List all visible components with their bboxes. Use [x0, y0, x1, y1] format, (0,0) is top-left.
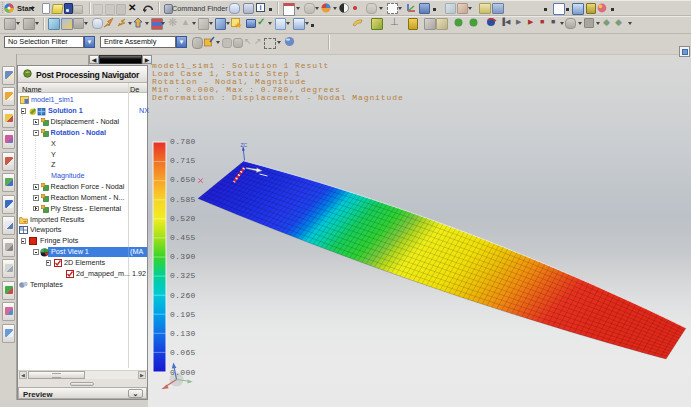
svg-text:ZC: ZC: [241, 142, 248, 148]
